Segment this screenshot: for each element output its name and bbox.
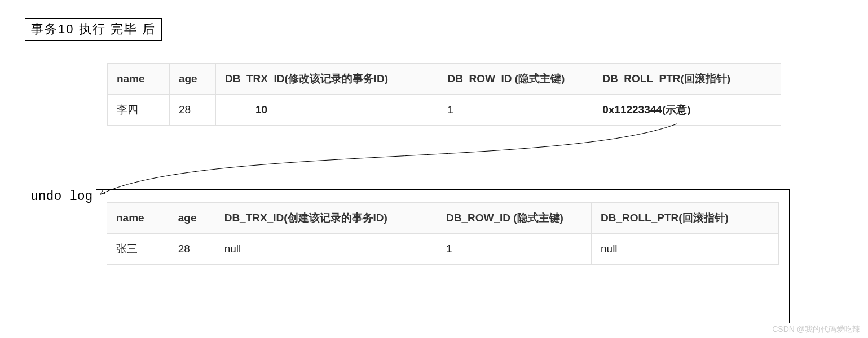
- header-roll-ptr: DB_ROLL_PTR(回滚指针): [592, 203, 779, 234]
- cell-row-id: 1: [437, 234, 591, 265]
- table-row: 李四 28 10 1 0x11223344(示意): [108, 95, 781, 126]
- header-row-id: DB_ROW_ID (隐式主键): [437, 203, 591, 234]
- undo-log-label: undo log: [30, 189, 92, 204]
- header-trx-id: DB_TRX_ID(创建该记录的事务ID): [215, 203, 437, 234]
- undo-record-table: name age DB_TRX_ID(创建该记录的事务ID) DB_ROW_ID…: [107, 202, 779, 265]
- cell-trx-id: null: [215, 234, 437, 265]
- current-record-table-wrap: name age DB_TRX_ID(修改该记录的事务ID) DB_ROW_ID…: [107, 63, 781, 126]
- header-name: name: [108, 64, 170, 95]
- table-header-row: name age DB_TRX_ID(修改该记录的事务ID) DB_ROW_ID…: [108, 64, 781, 95]
- cell-trx-id: 10: [215, 95, 438, 126]
- table-header-row: name age DB_TRX_ID(创建该记录的事务ID) DB_ROW_ID…: [107, 203, 779, 234]
- cell-name: 张三: [107, 234, 169, 265]
- current-record-table: name age DB_TRX_ID(修改该记录的事务ID) DB_ROW_ID…: [107, 63, 781, 126]
- header-age: age: [169, 203, 215, 234]
- cell-roll-ptr: 0x11223344(示意): [593, 95, 781, 126]
- cell-name: 李四: [108, 95, 170, 126]
- header-row-id: DB_ROW_ID (隐式主键): [438, 64, 593, 95]
- header-roll-ptr: DB_ROLL_PTR(回滚指针): [593, 64, 781, 95]
- header-trx-id: DB_TRX_ID(修改该记录的事务ID): [215, 64, 438, 95]
- diagram-title: 事务10 执行 完毕 后: [31, 22, 156, 36]
- header-name: name: [107, 203, 169, 234]
- cell-roll-ptr: null: [592, 234, 779, 265]
- watermark: CSDN @我的代码爱吃辣: [772, 324, 860, 335]
- undo-record-table-wrap: name age DB_TRX_ID(创建该记录的事务ID) DB_ROW_ID…: [107, 202, 779, 265]
- undo-log-box: name age DB_TRX_ID(创建该记录的事务ID) DB_ROW_ID…: [96, 189, 790, 323]
- cell-age: 28: [169, 234, 215, 265]
- diagram-title-box: 事务10 执行 完毕 后: [25, 18, 162, 41]
- header-age: age: [169, 64, 215, 95]
- table-row: 张三 28 null 1 null: [107, 234, 779, 265]
- cell-row-id: 1: [438, 95, 593, 126]
- cell-age: 28: [169, 95, 215, 126]
